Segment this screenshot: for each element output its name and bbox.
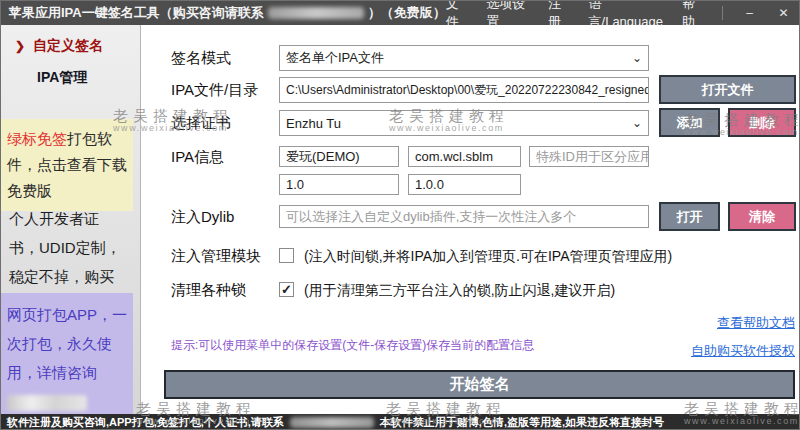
cert-select[interactable]: Enzhu Tu ⌄ [279, 110, 649, 136]
help-doc-link[interactable]: 查看帮助文档 [717, 314, 795, 332]
start-sign-button[interactable]: 开始签名 [164, 370, 795, 399]
sidebar-item-ipa-manage-label: IPA管理 [37, 69, 87, 87]
version-input[interactable]: 1.0 [279, 174, 399, 195]
sidebar-item-ipa-manage[interactable]: IPA管理 [1, 55, 140, 87]
cert-value: Enzhu Tu [286, 116, 341, 131]
sidebar-item-custom-sign[interactable]: ❯ 自定义签名 [1, 25, 140, 55]
delete-cert-button[interactable]: 删除 [728, 108, 796, 137]
sidebar: ❯ 自定义签名 IPA管理 绿标免签打包软件，点击查看下载免费版 个人开发者证书… [1, 25, 141, 414]
promo-purple-text: 网页打包APP，一次打包，永久使用，详情咨询 [7, 306, 127, 381]
dylib-label: 注入Dylib [171, 205, 234, 228]
app-window: 苹果应用IPA一键签名工具（购买咨询请联系 ）（免费版） 文件 选项设置 注册 … [0, 0, 800, 430]
titlebar-separator [722, 6, 723, 20]
add-cert-button[interactable]: 添加 [659, 108, 720, 137]
clear-dylib-button[interactable]: 清除 [728, 202, 796, 231]
statusbar-left-text: 软件注册及购买咨询,APP打包,免签打包,个人证书,请联系 [7, 415, 284, 430]
save-hint: 提示:可以使用菜单中的保存设置(文件-保存设置)保存当前的配置信息 [171, 337, 534, 354]
statusbar-right-text: 本软件禁止用于赌博,色情,盗版等用途,如果违反将直接封号 [380, 415, 664, 430]
chevron-down-icon: ⌄ [632, 116, 642, 130]
main-form: 签名模式 签名单个IPA文件 ⌄ IPA文件/目录 C:\Users\Admin… [142, 25, 800, 414]
redacted-contact [290, 417, 374, 428]
cert-label: 选择证书 [171, 110, 231, 136]
buy-license-link[interactable]: 自助购买软件授权 [691, 342, 795, 360]
app-title: 苹果应用IPA一键签名工具（购买咨询请联系 ）（免费版） [9, 4, 446, 22]
chevron-right-icon: ❯ [15, 39, 25, 53]
promo-yellow-highlight: 绿标免签 [7, 130, 67, 147]
clean-locks-checkbox[interactable] [279, 282, 294, 297]
open-file-button[interactable]: 打开文件 [659, 75, 796, 104]
ipa-path-label: IPA文件/目录 [171, 77, 258, 103]
inject-mgmt-label: 注入管理模块 [171, 247, 261, 265]
statusbar: 软件注册及购买咨询,APP打包,免签打包,个人证书,请联系 本软件禁止用于赌博,… [1, 414, 799, 430]
redacted-contact [7, 395, 87, 411]
sign-mode-value: 签名单个IPA文件 [286, 49, 384, 67]
redacted-contact [268, 7, 364, 19]
promo-purple-note: 网页打包APP，一次打包，永久使用，详情咨询 [1, 293, 133, 423]
close-button[interactable]: ✕ [776, 6, 791, 20]
sign-mode-select[interactable]: 签名单个IPA文件 ⌄ [279, 45, 649, 71]
special-id-input[interactable]: 特殊ID用于区分应用 [529, 146, 649, 167]
app-title-prefix: 苹果应用IPA一键签名工具（购买咨询请联系 [9, 4, 264, 22]
app-title-suffix: ）（免费版） [368, 4, 446, 22]
inject-mgmt-checkbox[interactable] [279, 248, 294, 263]
chevron-down-icon: ⌄ [632, 51, 642, 65]
ipa-path-input[interactable]: C:\Users\Administrator\Desktop\00\爱玩_202… [279, 77, 649, 103]
app-name-input[interactable]: 爱玩(DEMO) [279, 146, 399, 167]
minimize-button[interactable]: – [742, 6, 757, 20]
bundle-id-input[interactable]: com.wcl.sblm [408, 146, 521, 167]
dylib-input[interactable]: 可以选择注入自定义dylib插件,支持一次性注入多个 [279, 205, 649, 228]
open-dylib-button[interactable]: 打开 [659, 202, 720, 231]
build-version-input[interactable]: 1.0.0 [408, 174, 521, 195]
clean-locks-label: 清理各种锁 [171, 281, 246, 299]
ipa-info-label: IPA信息 [171, 146, 224, 167]
sidebar-item-custom-sign-label: 自定义签名 [33, 37, 103, 55]
inject-mgmt-note: (注入时间锁,并将IPA加入到管理页.可在IPA管理页管理应用) [304, 247, 672, 265]
clean-locks-note: (用于清理第三方平台注入的锁,防止闪退,建议开启) [304, 281, 615, 299]
window-titlebar: 苹果应用IPA一键签名工具（购买咨询请联系 ）（免费版） 文件 选项设置 注册 … [1, 1, 799, 25]
sign-mode-label: 签名模式 [171, 45, 231, 71]
